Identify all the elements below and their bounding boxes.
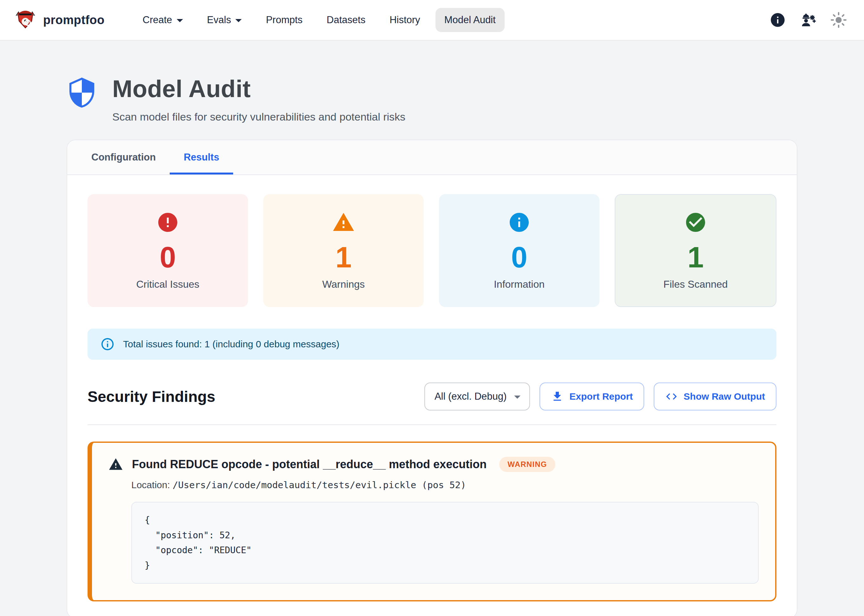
alert-text: Total issues found: 1 (including 0 debug… <box>123 339 339 350</box>
severity-badge: WARNING <box>499 457 555 472</box>
tab-configuration[interactable]: Configuration <box>77 140 170 174</box>
brand[interactable]: promptfoo <box>14 7 105 33</box>
stat-cards: 0 Critical Issues 1 Warnings 0 Informati… <box>88 194 776 307</box>
navbar: promptfoo Create Evals Prompts Datasets … <box>0 0 864 41</box>
finding-card[interactable]: Found REDUCE opcode - potential __reduce… <box>88 442 776 602</box>
error-icon <box>156 211 179 234</box>
stat-card-warnings: 1 Warnings <box>263 194 424 307</box>
warning-icon <box>108 457 123 472</box>
page-title: Model Audit <box>112 75 405 102</box>
app-root: promptfoo Create Evals Prompts Datasets … <box>0 0 864 616</box>
download-icon <box>551 390 564 403</box>
navbar-actions <box>769 11 853 29</box>
theme-toggle-button[interactable] <box>830 11 848 29</box>
divider <box>88 424 776 425</box>
show-raw-output-button[interactable]: Show Raw Output <box>654 383 776 410</box>
tab-results[interactable]: Results <box>170 140 233 174</box>
info-icon <box>770 12 786 28</box>
nav-item-datasets[interactable]: Datasets <box>318 8 374 32</box>
finding-title: Found REDUCE opcode - potential __reduce… <box>132 458 487 471</box>
user-settings-button[interactable] <box>799 11 817 29</box>
stat-label: Information <box>494 278 545 290</box>
export-report-button[interactable]: Export Report <box>539 383 644 410</box>
findings-heading: Security Findings <box>88 388 215 405</box>
main-nav: Create Evals Prompts Datasets History Mo… <box>134 8 505 32</box>
information-count: 0 <box>511 241 527 273</box>
info-button[interactable] <box>769 11 787 29</box>
page-header: Model Audit Scan model files for securit… <box>0 41 864 123</box>
severity-filter-value: All (excl. Debug) <box>435 391 507 402</box>
total-issues-alert: Total issues found: 1 (including 0 debug… <box>88 328 776 360</box>
code-icon <box>665 390 678 403</box>
files-scanned-count: 1 <box>687 241 704 273</box>
severity-filter-select[interactable]: All (excl. Debug) <box>424 383 530 410</box>
findings-header: Security Findings All (excl. Debug) Expo… <box>88 383 776 410</box>
results-panel: 0 Critical Issues 1 Warnings 0 Informati… <box>67 175 797 616</box>
nav-item-evals[interactable]: Evals <box>198 8 251 32</box>
warning-icon <box>332 211 355 234</box>
nav-item-model-audit[interactable]: Model Audit <box>435 8 505 32</box>
stat-card-information: 0 Information <box>439 194 600 307</box>
nav-item-create[interactable]: Create <box>134 8 192 32</box>
stat-label: Files Scanned <box>663 278 728 290</box>
critical-count: 0 <box>160 241 176 273</box>
nav-item-history[interactable]: History <box>381 8 429 32</box>
chevron-down-icon <box>177 19 183 22</box>
nav-item-prompts[interactable]: Prompts <box>257 8 311 32</box>
warnings-count: 1 <box>335 241 352 273</box>
sun-icon <box>830 12 847 28</box>
chevron-down-icon <box>236 19 242 22</box>
stat-card-critical: 0 Critical Issues <box>88 194 248 307</box>
stat-label: Critical Issues <box>136 278 199 290</box>
tabstrip: Configuration Results <box>67 140 797 175</box>
stat-card-files-scanned: 1 Files Scanned <box>615 194 776 307</box>
promptfoo-logo-icon <box>14 7 37 33</box>
check-circle-icon <box>684 211 707 234</box>
security-shield-icon <box>67 75 97 123</box>
info-icon <box>508 211 531 234</box>
finding-location: Location: /Users/ian/code/modelaudit/tes… <box>131 479 759 490</box>
info-outline-icon <box>100 337 115 352</box>
finding-details-code: { "position": 52, "opcode": "REDUCE" } <box>131 502 759 584</box>
page-subtitle: Scan model files for security vulnerabil… <box>112 111 405 123</box>
stat-label: Warnings <box>322 278 365 290</box>
engineering-icon <box>800 11 817 28</box>
chevron-down-icon <box>514 396 520 399</box>
brand-name: promptfoo <box>43 13 105 27</box>
main-panel: Configuration Results 0 Critical Issues … <box>67 140 797 616</box>
finding-location-path: /Users/ian/code/modelaudit/tests/evil.pi… <box>173 479 466 490</box>
